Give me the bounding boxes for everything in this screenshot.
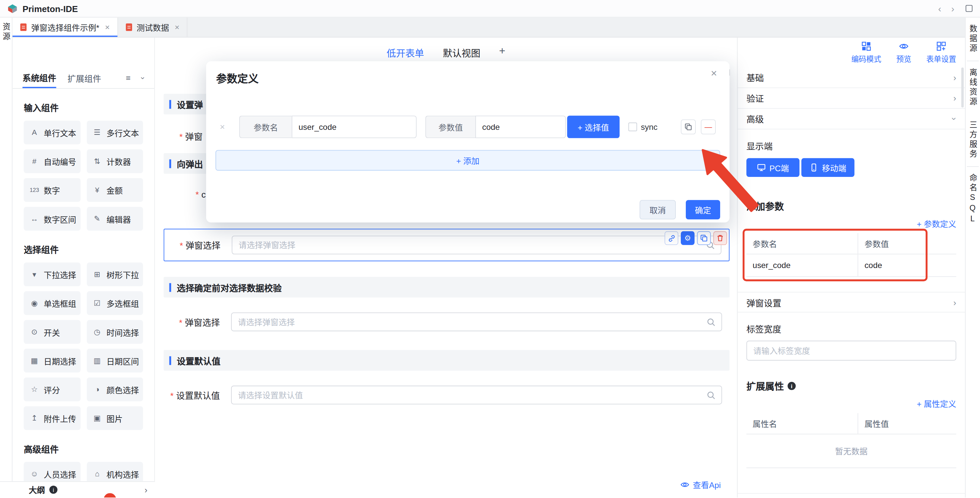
search-icon [706, 318, 716, 327]
copy-icon[interactable] [681, 120, 696, 134]
param-define-link[interactable]: + 参数定义 [746, 218, 956, 230]
editor-tab-popup-example[interactable]: 弹窗选择组件示例* × [12, 18, 118, 37]
tab-extended-components[interactable]: 扩展组件 [67, 67, 101, 88]
property-inspector: 编码模式 预览 表单设置 基础 › 验证 › 高级 › [737, 37, 965, 497]
chevron-down-icon[interactable]: › [139, 77, 148, 79]
section-advanced[interactable]: 高级 › [738, 109, 965, 129]
preview-button[interactable]: 预览 [896, 42, 911, 64]
strip-item-offline-resource[interactable]: 离线资源 [967, 61, 979, 113]
add-param-button[interactable]: + 添加 [215, 150, 720, 171]
label-width-input[interactable] [746, 341, 956, 361]
editor-tab-test-data[interactable]: 测试数据 × [118, 18, 188, 37]
editor-tab-label: 弹窗选择组件示例* [31, 21, 99, 34]
ext-props-title-row: 扩展属性 i [746, 380, 956, 393]
palette-item[interactable]: ▾下拉选择 [24, 262, 80, 286]
popup-select-field[interactable] [232, 313, 721, 330]
popup-select-input[interactable] [231, 313, 722, 331]
pc-target-button[interactable]: PC端 [746, 158, 800, 177]
selected-field-row[interactable]: ⚙ *弹窗选择 [164, 229, 730, 261]
table-row[interactable]: user_code code [746, 254, 956, 277]
palette-item[interactable]: ↔数字区间 [24, 207, 80, 231]
palette-item[interactable]: ⌂机构选择 [86, 462, 143, 481]
palette-item[interactable]: ↥附件上传 [24, 406, 80, 430]
palette-scroll[interactable]: 输入组件 A单行文本 ☰多行文本 #自动编号 ⇅计数器 123数字 ¥金额 ↔数… [12, 89, 154, 481]
pick-value-button[interactable]: + 选择值 [567, 115, 619, 138]
cell-param-value: code [858, 254, 956, 276]
prop-define-link[interactable]: + 属性定义 [746, 397, 956, 410]
param-row: × 参数名 参数值 + 选择值 sync — [218, 115, 719, 138]
section-header[interactable]: 选择确定前对选择数据校验 [164, 277, 730, 298]
trash-icon[interactable] [713, 231, 727, 245]
section-basic[interactable]: 基础 › [738, 67, 965, 88]
strip-item-third-party[interactable]: 三方服务 [967, 113, 979, 166]
palette-item[interactable]: ▥日期区间 [86, 349, 143, 372]
palette-item[interactable]: ☆评分 [24, 378, 80, 401]
default-value-input[interactable] [231, 386, 722, 404]
scrollbar-thumb[interactable] [961, 67, 964, 107]
window-layout-icon[interactable] [966, 5, 973, 12]
palette-item[interactable]: ¥金额 [86, 178, 143, 202]
menu-icon[interactable]: ≡ [126, 73, 130, 83]
remove-row-icon[interactable]: × [218, 122, 228, 132]
resources-strip[interactable]: 资源 [0, 18, 12, 497]
palette-item[interactable]: ◷时间选择 [86, 320, 143, 344]
palette-item-label: 机构选择 [107, 468, 139, 480]
field-row[interactable]: *设置默认值 [164, 380, 730, 409]
section-style[interactable]: 样式 › [738, 493, 965, 497]
palette-item[interactable]: ⇅计数器 [86, 150, 143, 173]
sync-checkbox[interactable] [628, 123, 637, 131]
palette-item[interactable]: ☰多行文本 [86, 120, 143, 144]
phone-icon [810, 163, 818, 172]
field-row[interactable]: *弹窗选择 [164, 307, 730, 336]
view-api-link[interactable]: 查看Api [681, 479, 721, 491]
section-header[interactable]: 设置默认值 [164, 350, 730, 371]
tab-default-view[interactable]: 默认视图 [443, 46, 480, 63]
form-settings-icon [936, 42, 946, 51]
required-asterisk: * [179, 318, 183, 327]
copy-icon[interactable] [697, 231, 711, 245]
cancel-button[interactable]: 取消 [640, 200, 676, 219]
section-popup-settings[interactable]: 弹窗设置 › [738, 292, 965, 313]
palette-item[interactable]: ⊙开关 [24, 320, 80, 344]
nav-forward-icon[interactable]: › [949, 4, 957, 13]
mobile-target-button[interactable]: 移动端 [801, 158, 854, 177]
strip-item-named-sql[interactable]: 命名SQL [967, 166, 979, 231]
close-icon[interactable]: × [105, 22, 110, 32]
palette-item[interactable]: ▦日期选择 [24, 349, 80, 372]
add-view-button[interactable]: + [499, 46, 505, 56]
link-icon[interactable] [665, 231, 678, 245]
popup-select-input[interactable] [232, 236, 721, 254]
assistant-badge[interactable] [104, 493, 116, 497]
palette-item[interactable]: ⊞树形下拉 [86, 262, 143, 286]
palette-item[interactable]: ✎编辑器 [86, 207, 143, 231]
gear-icon[interactable]: ⚙ [681, 231, 694, 245]
form-settings-button[interactable]: 表单设置 [926, 42, 956, 64]
palette-item[interactable]: ▣图片 [86, 406, 143, 430]
palette-item[interactable]: A单行文本 [24, 120, 80, 144]
palette-item[interactable]: ☑多选框组 [86, 291, 143, 315]
close-icon[interactable]: × [175, 22, 180, 32]
palette-item[interactable]: ◑颜色选择 [86, 378, 143, 401]
strip-item-datasource[interactable]: 数据源 [967, 18, 979, 61]
param-value-input[interactable] [475, 115, 566, 138]
palette-item[interactable]: #自动编号 [24, 150, 80, 173]
outline-bar[interactable]: 大纲 i › [0, 481, 155, 498]
code-mode-button[interactable]: 编码模式 [851, 42, 881, 64]
section-title: 设置默认值 [177, 354, 221, 367]
toolbar-label: 表单设置 [926, 53, 956, 64]
mobile-target-label: 移动端 [822, 161, 846, 174]
palette-item[interactable]: 123数字 [24, 178, 80, 202]
palette-item[interactable]: ☺人员选择 [24, 462, 80, 481]
tab-system-components[interactable]: 系统组件 [22, 67, 56, 88]
nav-back-icon[interactable]: ‹ [935, 4, 943, 13]
palette-item[interactable]: ◉单选框组 [24, 291, 80, 315]
section-validation[interactable]: 验证 › [738, 88, 965, 109]
close-icon[interactable]: × [711, 67, 717, 80]
param-name-input[interactable] [291, 115, 417, 138]
ok-button[interactable]: 确定 [686, 200, 720, 219]
popup-select-field[interactable] [232, 236, 721, 254]
remove-param-icon[interactable]: — [701, 120, 716, 134]
default-value-field[interactable] [232, 386, 721, 404]
chevron-right-icon[interactable]: › [145, 485, 155, 495]
eye-icon [899, 42, 908, 51]
